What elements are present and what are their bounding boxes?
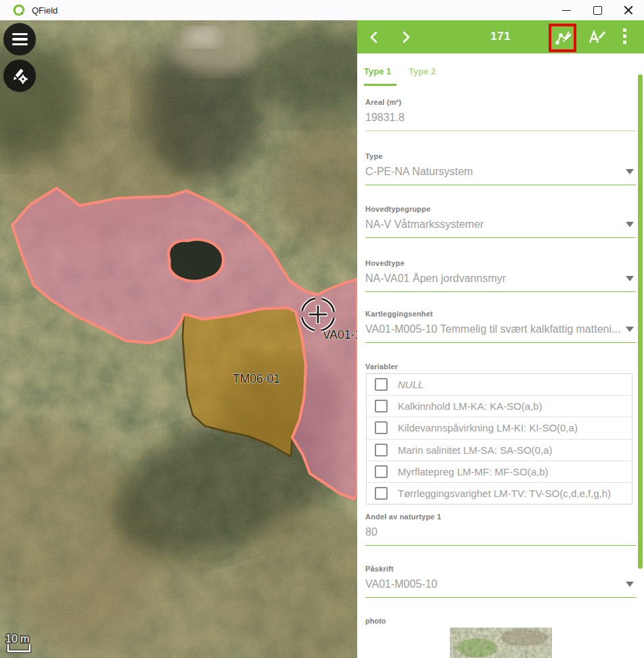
checkbox-icon[interactable]	[375, 421, 388, 434]
main-menu-button[interactable]	[3, 23, 36, 55]
field-type-label: Type	[365, 152, 636, 160]
feature-toolbar: 171	[357, 20, 644, 53]
chevron-right-icon	[400, 30, 411, 44]
field-kartleggingsenhet: Kartleggingsenhet VA01-M005-10 Temmelig …	[365, 310, 636, 343]
hamburger-icon	[12, 33, 28, 46]
tab-type-1[interactable]: Type 1	[364, 61, 396, 86]
field-type: Type C-PE-NA Natursystem	[365, 152, 636, 185]
checkbox-icon[interactable]	[375, 444, 388, 456]
field-hovedtypegruppe-value[interactable]: NA-V Våtmarkssystemer	[365, 218, 624, 231]
checkbox-row-null[interactable]: NULL	[367, 374, 632, 395]
field-paskrift: Påskrift VA01-M005-10	[365, 565, 636, 598]
chevron-down-icon[interactable]	[626, 222, 634, 227]
scale-bar-label: 10 m	[5, 633, 30, 644]
photo-thumbnail[interactable]	[450, 628, 552, 658]
map-canvas[interactable]: TM06-01 VA01-10 10 m	[0, 20, 357, 658]
minimize-icon	[562, 10, 571, 11]
tab-type-2[interactable]: Type 2	[409, 61, 436, 86]
chevron-left-icon	[369, 30, 380, 44]
field-andel: Andel av naturtype 1 80	[365, 513, 636, 546]
field-kartleggingsenhet-value[interactable]: VA01-M005-10 Temmelig til svært kalkfatt…	[365, 323, 624, 335]
checkbox-row-kalkinnhold[interactable]: Kalkinnhold LM-KA: KA-SO(a,b)	[367, 395, 632, 417]
window-title: QField	[32, 5, 58, 16]
field-areal-label: Areal (m²)	[365, 98, 636, 106]
field-kartleggingsenhet-label: Kartleggingsenhet	[365, 310, 636, 318]
close-icon	[624, 5, 633, 15]
chevron-down-icon[interactable]	[626, 276, 634, 281]
field-hovedtype: Hovedtype NA-VA01 Åpen jordvannsmyr	[365, 259, 636, 292]
highlight-box	[549, 24, 576, 52]
checkbox-icon[interactable]	[375, 378, 388, 391]
previous-feature-button[interactable]	[369, 30, 385, 44]
chevron-down-icon[interactable]	[626, 327, 634, 332]
kebab-menu-icon	[623, 28, 626, 32]
chevron-down-icon[interactable]	[626, 582, 634, 587]
checkbox-icon[interactable]	[375, 400, 388, 413]
field-type-value[interactable]: C-PE-NA Natursystem	[365, 166, 624, 178]
field-hovedtypegruppe-label: Hovedtypegruppe	[365, 205, 636, 213]
field-andel-label: Andel av naturtype 1	[365, 513, 636, 521]
digitize-settings-button[interactable]	[3, 60, 36, 92]
next-feature-button[interactable]	[400, 30, 417, 44]
map-label-tm06: TM06-01	[233, 372, 280, 385]
close-button[interactable]	[613, 0, 644, 20]
maximize-button[interactable]	[582, 0, 613, 20]
field-paskrift-label: Påskrift	[365, 565, 636, 573]
feature-menu-button[interactable]	[623, 28, 626, 44]
field-hovedtypegruppe: Hovedtypegruppe NA-V Våtmarkssystemer	[365, 205, 636, 238]
field-paskrift-value[interactable]: VA01-M005-10	[365, 578, 624, 590]
photo-image	[450, 628, 552, 658]
pencil-gear-icon	[10, 66, 29, 85]
minimize-button[interactable]	[551, 0, 582, 20]
checkbox-icon[interactable]	[375, 465, 388, 478]
checkbox-row-kildevann[interactable]: Kildevannspåvirkning LM-KI: KI-SO(0,a)	[367, 417, 632, 438]
qfield-logo-icon	[12, 3, 26, 17]
field-variabler-label: Variabler	[365, 362, 636, 371]
field-andel-value[interactable]: 80	[365, 526, 624, 538]
field-photo-label: photo	[365, 617, 386, 625]
field-areal: Areal (m²) 19831.8	[365, 98, 636, 131]
checkbox-row-myrflate[interactable]: Myrflatepreg LM-MF: MF-SO(a,b)	[367, 461, 632, 482]
titlebar: QField	[0, 0, 644, 20]
variabler-list: NULL Kalkinnhold LM-KA: KA-SO(a,b) Kilde…	[366, 373, 632, 504]
edit-attributes-icon	[587, 28, 605, 46]
form-tabs: Type 1 Type 2	[364, 61, 436, 86]
field-hovedtype-label: Hovedtype	[365, 259, 636, 267]
maximize-icon	[593, 6, 602, 15]
panel-scrollbar[interactable]	[638, 74, 643, 569]
checkbox-row-torrlegging[interactable]: Tørrleggingsvarighet LM-TV: TV-SO(c,d,e,…	[367, 482, 632, 504]
checkbox-row-marin[interactable]: Marin salinitet LM-SA: SA-SO(0,a)	[367, 439, 632, 461]
map-label-va01: VA01-10	[323, 328, 357, 342]
field-hovedtype-value[interactable]: NA-VA01 Åpen jordvannsmyr	[365, 273, 624, 285]
feature-id: 171	[467, 30, 534, 43]
edit-attributes-button[interactable]	[587, 28, 605, 49]
chevron-down-icon[interactable]	[626, 169, 634, 174]
field-variabler: Variabler	[365, 362, 636, 371]
field-areal-value[interactable]: 19831.8	[365, 112, 624, 124]
checkbox-icon[interactable]	[375, 487, 388, 500]
qfield-window: QField	[0, 0, 644, 658]
feature-form-panel: 171	[357, 20, 644, 658]
map-svg: TM06-01 VA01-10 10 m	[0, 20, 357, 658]
